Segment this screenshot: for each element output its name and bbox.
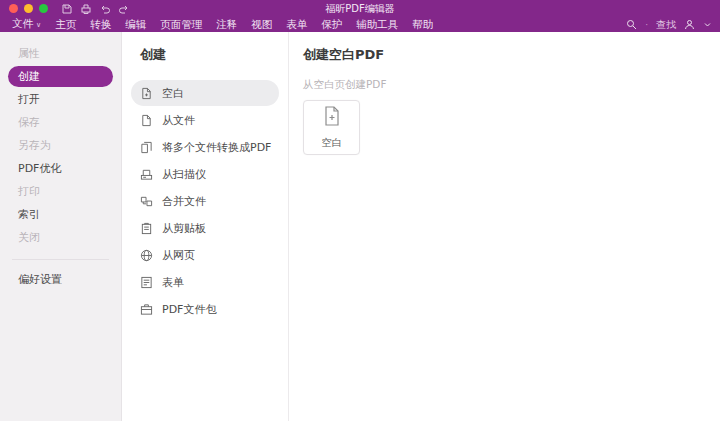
zoom-window-button[interactable] — [39, 4, 48, 13]
detail-panel-title: 创建空白PDF — [303, 46, 720, 64]
combine-files-icon — [140, 195, 153, 208]
quick-access-toolbar — [62, 4, 129, 14]
sidebar-item-properties: 属性 — [0, 42, 121, 65]
create-item-label: 从扫描仪 — [162, 167, 206, 182]
create-item-from-clipboard[interactable]: 从剪贴板 — [131, 215, 279, 241]
menubar-right: · 查找 — [626, 18, 712, 32]
create-item-label: 合并文件 — [162, 194, 206, 209]
menu-item-edit[interactable]: 编辑 — [125, 17, 146, 32]
sidebar-item-pdf-optimize[interactable]: PDF优化 — [0, 157, 121, 180]
sidebar-item-save: 保存 — [0, 111, 121, 134]
sidebar-item-create[interactable]: 创建 — [8, 66, 113, 87]
create-item-label: PDF文件包 — [162, 302, 216, 317]
menu-item-page-management[interactable]: 页面管理 — [160, 17, 202, 32]
sidebar-item-index[interactable]: 索引 — [0, 203, 121, 226]
create-item-blank[interactable]: 空白 — [131, 80, 279, 106]
create-blank-pdf-panel: 创建空白PDF 从空白页创建PDF 空白 — [289, 32, 720, 421]
sidebar-item-save-as: 另存为 — [0, 134, 121, 157]
menu-item-form[interactable]: 表单 — [286, 17, 307, 32]
create-item-from-web[interactable]: 从网页 — [131, 242, 279, 268]
undo-icon[interactable] — [100, 4, 110, 14]
menu-item-file[interactable]: 文件∨ — [12, 16, 41, 33]
main-content: 属性 创建 打开 保存 另存为 PDF优化 打印 索引 关闭 偏好设置 创建 空… — [0, 32, 720, 421]
menu-items: 文件∨ 主页 转换 编辑 页面管理 注释 视图 表单 保护 辅助工具 帮助 — [12, 16, 433, 33]
scanner-icon — [140, 168, 153, 181]
menu-item-protect[interactable]: 保护 — [321, 17, 342, 32]
blank-card-label: 空白 — [322, 136, 342, 150]
sidebar-item-print: 打印 — [0, 180, 121, 203]
package-icon — [140, 303, 153, 316]
create-panel-title: 创建 — [140, 46, 288, 64]
menu-item-convert[interactable]: 转换 — [90, 17, 111, 32]
menu-item-comment[interactable]: 注释 — [216, 17, 237, 32]
globe-icon — [140, 249, 153, 262]
find-button[interactable]: 查找 — [656, 18, 676, 32]
close-window-button[interactable] — [9, 4, 18, 13]
create-item-label: 空白 — [162, 86, 184, 101]
minimize-window-button[interactable] — [24, 4, 33, 13]
user-icon[interactable] — [684, 19, 695, 30]
menu-item-help[interactable]: 帮助 — [412, 17, 433, 32]
titlebar: 福昕PDF编辑器 — [0, 0, 720, 17]
sidebar-divider — [12, 259, 109, 260]
create-item-pdf-portfolio[interactable]: PDF文件包 — [131, 296, 279, 322]
print-icon[interactable] — [81, 4, 91, 14]
menu-item-assist-tools[interactable]: 辅助工具 — [356, 17, 398, 32]
create-item-from-scanner[interactable]: 从扫描仪 — [131, 161, 279, 187]
sidebar-item-open[interactable]: 打开 — [0, 88, 121, 111]
create-item-from-file[interactable]: 从文件 — [131, 107, 279, 133]
create-item-combine-files[interactable]: 合并文件 — [131, 188, 279, 214]
create-item-label: 从网页 — [162, 248, 195, 263]
menubar: 文件∨ 主页 转换 编辑 页面管理 注释 视图 表单 保护 辅助工具 帮助 · … — [0, 17, 720, 32]
menubar-separator: · — [645, 20, 648, 30]
doc-plus-icon — [321, 105, 343, 131]
blank-pdf-card[interactable]: 空白 — [303, 100, 360, 155]
sidebar-item-preferences[interactable]: 偏好设置 — [0, 268, 121, 291]
create-options-panel: 创建 空白 从文件 — [122, 32, 289, 421]
create-item-label: 将多个文件转换成PDF — [162, 140, 271, 155]
doc-icon — [140, 114, 153, 127]
menu-item-view[interactable]: 视图 — [251, 17, 272, 32]
app-window: 福昕PDF编辑器 文件∨ 主页 转换 编辑 页面管理 注释 视图 表单 保护 辅… — [0, 0, 720, 421]
doc-plus-icon — [140, 87, 153, 100]
create-item-label: 从文件 — [162, 113, 195, 128]
create-item-label: 表单 — [162, 275, 184, 290]
file-backstage-sidebar: 属性 创建 打开 保存 另存为 PDF优化 打印 索引 关闭 偏好设置 — [0, 32, 122, 421]
chevron-down-icon: ∨ — [36, 21, 41, 29]
create-item-convert-multiple[interactable]: 将多个文件转换成PDF — [131, 134, 279, 160]
clipboard-icon — [140, 222, 153, 235]
menu-item-home[interactable]: 主页 — [55, 17, 76, 32]
multi-doc-icon — [140, 141, 153, 154]
traffic-lights — [9, 4, 48, 13]
create-item-form[interactable]: 表单 — [131, 269, 279, 295]
chevron-down-icon[interactable] — [703, 20, 712, 29]
redo-icon[interactable] — [119, 4, 129, 14]
save-icon[interactable] — [62, 4, 72, 14]
sidebar-item-close: 关闭 — [0, 226, 121, 249]
search-expand-icon[interactable] — [626, 19, 637, 30]
create-options-list: 空白 从文件 将多个文件转换成PDF — [122, 80, 288, 322]
create-item-label: 从剪贴板 — [162, 221, 206, 236]
form-icon — [140, 276, 153, 289]
detail-panel-subtitle: 从空白页创建PDF — [303, 78, 720, 92]
